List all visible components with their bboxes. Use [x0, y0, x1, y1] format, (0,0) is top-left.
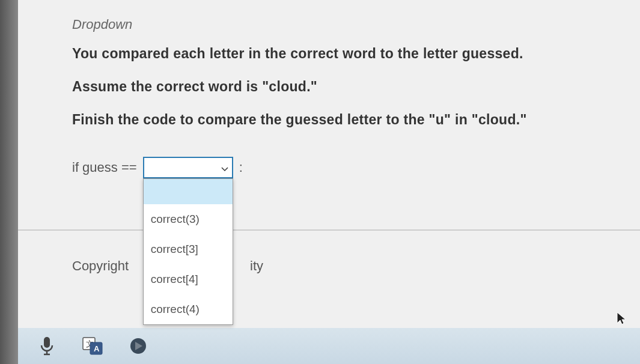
footer-text-fragment: ity — [250, 258, 263, 274]
code-line: if guess == correct(3) correct[3] correc… — [72, 157, 640, 178]
dropdown-option-2[interactable]: correct[3] — [144, 234, 233, 264]
section-label: Dropdown — [72, 17, 640, 32]
taskbar: 文 A — [18, 328, 640, 364]
divider — [18, 229, 640, 231]
code-prefix: if guess == — [72, 160, 137, 175]
instruction-line-3: Finish the code to compare the guessed l… — [72, 112, 640, 128]
dropdown-option-3[interactable]: correct[4] — [144, 264, 233, 294]
content-area: Dropdown You compared each letter in the… — [18, 0, 640, 364]
microphone-icon[interactable] — [36, 335, 58, 357]
answer-select[interactable] — [143, 157, 233, 178]
svg-text:A: A — [94, 344, 100, 353]
copyright-text: Copyright — [72, 258, 129, 274]
cursor-icon — [616, 311, 627, 328]
instruction-line-1: You compared each letter in the correct … — [72, 46, 640, 62]
circle-icon[interactable] — [127, 335, 149, 357]
window-left-border — [0, 0, 18, 364]
instruction-line-2: Assume the correct word is "cloud." — [72, 79, 640, 95]
dropdown-panel: correct(3) correct[3] correct[4] correct… — [143, 178, 233, 325]
dropdown-option-4[interactable]: correct(4) — [144, 294, 233, 324]
svg-rect-0 — [44, 337, 50, 348]
code-suffix: : — [239, 160, 243, 175]
dropdown-option-1[interactable]: correct(3) — [144, 204, 233, 234]
translate-icon[interactable]: 文 A — [82, 335, 103, 357]
answer-select-wrap: correct(3) correct[3] correct[4] correct… — [143, 157, 233, 178]
dropdown-option-blank[interactable] — [144, 179, 233, 204]
